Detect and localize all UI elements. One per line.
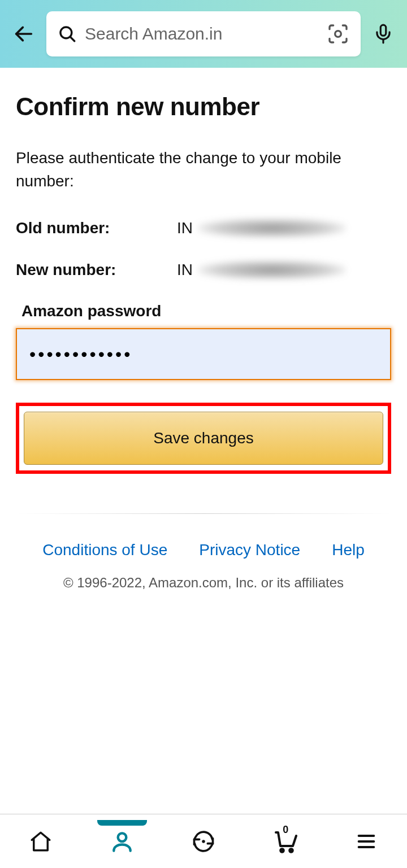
search-bar[interactable] <box>46 11 361 56</box>
back-button[interactable] <box>11 21 36 46</box>
copyright-text: © 1996-2022, Amazon.com, Inc. or its aff… <box>16 575 391 591</box>
old-number-redacted <box>198 219 345 238</box>
search-input[interactable] <box>85 24 319 43</box>
home-icon <box>29 830 53 853</box>
svg-point-8 <box>280 849 284 852</box>
svg-point-3 <box>335 31 341 37</box>
footer-links: Conditions of Use Privacy Notice Help <box>16 541 391 559</box>
search-icon <box>58 24 77 43</box>
refresh-icon <box>191 829 216 854</box>
arrow-left-icon <box>12 23 35 45</box>
save-changes-button[interactable]: Save changes <box>24 412 383 465</box>
privacy-link[interactable]: Privacy Notice <box>199 541 300 559</box>
new-number-label: New number: <box>16 261 177 279</box>
new-number-redacted <box>198 260 345 280</box>
top-bar <box>0 0 407 68</box>
old-number-label: Old number: <box>16 219 177 237</box>
new-number-row: New number: IN <box>16 260 391 280</box>
divider <box>16 513 391 514</box>
svg-point-6 <box>118 833 127 841</box>
old-number-prefix: IN <box>177 219 193 237</box>
svg-line-2 <box>70 37 75 41</box>
old-number-row: Old number: IN <box>16 219 391 238</box>
nav-refresh[interactable] <box>185 823 222 860</box>
new-number-prefix: IN <box>177 261 193 279</box>
hamburger-icon <box>355 830 378 853</box>
microphone-icon <box>373 23 394 45</box>
help-link[interactable]: Help <box>332 541 365 559</box>
main-content: Confirm new number Please authenticate t… <box>0 68 407 591</box>
nav-cart[interactable]: 0 <box>267 823 303 860</box>
password-input[interactable] <box>16 328 391 380</box>
voice-search-button[interactable] <box>371 21 396 46</box>
password-label: Amazon password <box>21 302 391 320</box>
svg-point-9 <box>289 849 293 852</box>
nav-active-indicator <box>97 820 147 826</box>
nav-account[interactable] <box>104 823 140 860</box>
instruction-text: Please authenticate the change to your m… <box>16 147 391 193</box>
bottom-nav: 0 <box>0 814 407 868</box>
save-button-highlight: Save changes <box>16 403 391 474</box>
conditions-link[interactable]: Conditions of Use <box>42 541 167 559</box>
page-title: Confirm new number <box>16 93 391 121</box>
camera-scan-icon[interactable] <box>327 23 349 45</box>
cart-count-badge: 0 <box>283 824 288 836</box>
nav-home[interactable] <box>23 823 59 860</box>
svg-point-7 <box>202 840 205 843</box>
user-icon <box>110 829 135 854</box>
svg-rect-4 <box>380 25 386 36</box>
nav-menu[interactable] <box>348 823 384 860</box>
